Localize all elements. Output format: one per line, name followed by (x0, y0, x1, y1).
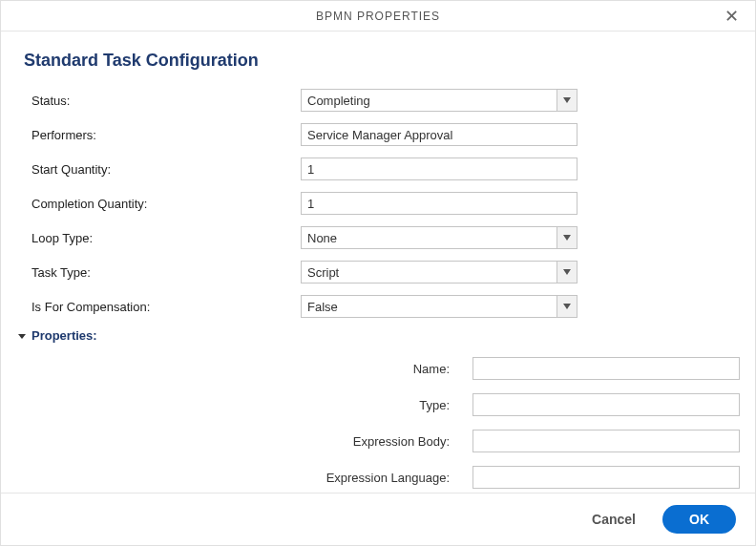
chevron-down-icon (563, 235, 571, 241)
prop-expr-body-input[interactable] (472, 430, 740, 452)
task-type-select[interactable] (301, 261, 578, 284)
properties-header-label: Properties: (32, 328, 97, 343)
row-prop-expr-body: Expression Body: (24, 429, 732, 453)
close-button[interactable]: ✕ (717, 1, 747, 32)
chevron-down-icon (563, 304, 571, 309)
prop-name-input[interactable] (472, 357, 740, 380)
row-compensation: Is For Compensation: (24, 294, 732, 319)
collapse-toggle-icon (16, 330, 28, 342)
compensation-select[interactable] (301, 295, 578, 318)
loop-type-input[interactable] (301, 226, 556, 249)
ok-button[interactable]: OK (662, 505, 736, 534)
section-title: Standard Task Configuration (24, 51, 732, 71)
completion-quantity-label: Completion Quantity: (24, 197, 301, 211)
loop-type-label: Loop Type: (24, 231, 301, 245)
status-dropdown-button[interactable] (556, 89, 578, 112)
task-type-input[interactable] (301, 261, 556, 284)
task-type-dropdown-button[interactable] (556, 261, 578, 284)
chevron-down-icon (563, 269, 571, 275)
row-prop-name: Name: (24, 356, 732, 381)
row-loop-type: Loop Type: (24, 225, 732, 250)
dialog-title-bar: BPMN PROPERTIES ✕ (1, 1, 755, 32)
dialog-content: Standard Task Configuration Status: Perf… (1, 32, 755, 493)
row-prop-expr-lang: Expression Language: (24, 465, 732, 490)
dialog-footer: Cancel OK (1, 493, 755, 545)
row-prop-type: Type: (24, 392, 732, 417)
prop-expr-body-label: Expression Body: (24, 434, 472, 449)
properties-collapsible-header[interactable]: Properties: (16, 328, 732, 343)
prop-expr-lang-input[interactable] (472, 466, 740, 489)
completion-quantity-input[interactable] (301, 192, 578, 215)
start-quantity-label: Start Quantity: (24, 162, 301, 177)
row-task-type: Task Type: (24, 260, 732, 284)
prop-type-input[interactable] (472, 393, 740, 416)
prop-name-label: Name: (24, 362, 472, 376)
row-start-quantity: Start Quantity: (24, 157, 732, 181)
loop-type-select[interactable] (301, 226, 578, 249)
status-input[interactable] (301, 89, 556, 112)
row-status: Status: (24, 88, 732, 113)
status-label: Status: (24, 94, 301, 108)
prop-expr-lang-label: Expression Language: (24, 471, 472, 485)
compensation-dropdown-button[interactable] (556, 295, 578, 318)
row-completion-quantity: Completion Quantity: (24, 191, 732, 216)
cancel-button[interactable]: Cancel (582, 506, 645, 533)
chevron-down-icon (563, 97, 571, 103)
compensation-label: Is For Compensation: (24, 300, 301, 314)
compensation-input[interactable] (301, 295, 556, 318)
row-performers: Performers: (24, 122, 732, 147)
performers-input[interactable] (301, 123, 578, 146)
loop-type-dropdown-button[interactable] (556, 226, 578, 249)
dialog-title: BPMN PROPERTIES (316, 10, 440, 23)
bpmn-properties-dialog: BPMN PROPERTIES ✕ Standard Task Configur… (0, 0, 756, 546)
status-select[interactable] (301, 89, 578, 112)
prop-type-label: Type: (24, 398, 472, 412)
performers-label: Performers: (24, 128, 301, 142)
task-type-label: Task Type: (24, 265, 301, 280)
start-quantity-input[interactable] (301, 158, 578, 180)
close-icon: ✕ (724, 7, 740, 26)
